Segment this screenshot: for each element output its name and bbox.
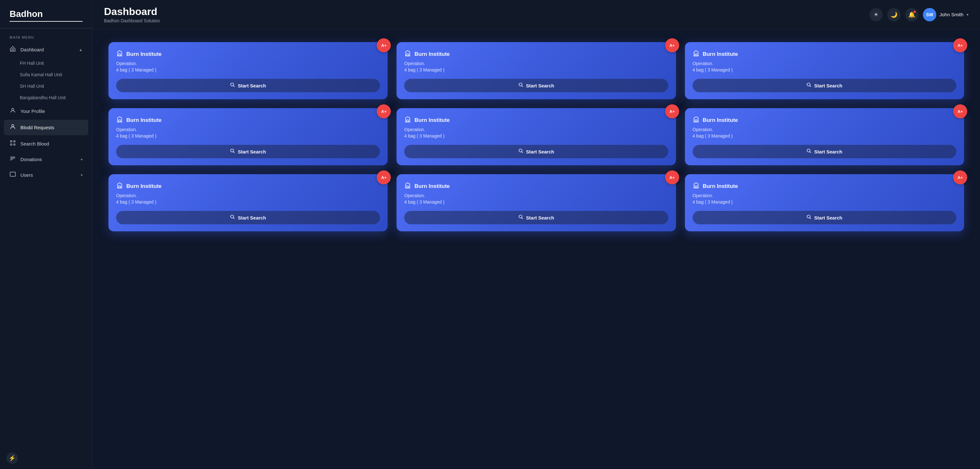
svg-point-15 xyxy=(519,83,522,86)
svg-rect-26 xyxy=(695,120,697,122)
sidebar-item-label: Blodd Requests xyxy=(21,125,54,130)
card-info: 4 bag ( 3 Managed ) xyxy=(404,134,668,138)
sidebar-sub-sh-hall[interactable]: SH Hall Unit xyxy=(0,80,92,92)
card-subtitle: Operation. xyxy=(692,193,956,198)
card-header: Burn Institute xyxy=(692,182,956,191)
sidebar-item-your-profile[interactable]: Your Profile xyxy=(0,103,92,119)
blood-card-9: A+ Burn Institute Operation. 4 bag ( 3 M… xyxy=(685,174,964,231)
start-search-button[interactable]: Start Search xyxy=(692,211,956,224)
svg-point-33 xyxy=(519,215,522,218)
start-search-button[interactable]: Start Search xyxy=(404,211,668,224)
start-search-button[interactable]: Start Search xyxy=(116,145,380,158)
card-info: 4 bag ( 3 Managed ) xyxy=(116,67,380,72)
moon-icon: 🌙 xyxy=(890,11,897,18)
sidebar-item-label: Search Blood xyxy=(21,141,49,146)
svg-point-30 xyxy=(231,215,234,218)
topbar-right: ☀ 🌙 🔔 SW John Smith ▾ xyxy=(869,8,969,21)
start-search-label: Start Search xyxy=(526,149,554,154)
card-info: 4 bag ( 3 Managed ) xyxy=(404,67,668,72)
search-blood-icon xyxy=(10,140,16,148)
moon-theme-button[interactable]: 🌙 xyxy=(887,8,900,21)
sidebar-item-donations[interactable]: A Donations ▾ xyxy=(0,151,92,167)
building-icon xyxy=(692,116,700,124)
svg-point-5 xyxy=(14,144,15,145)
card-info: 4 bag ( 3 Managed ) xyxy=(692,67,956,72)
sidebar-item-search-blood[interactable]: Search Blood xyxy=(0,136,92,151)
lightning-button[interactable]: ⚡ xyxy=(6,452,18,464)
search-icon xyxy=(807,215,811,221)
svg-rect-35 xyxy=(695,186,697,188)
card-title: Burn Institute xyxy=(414,51,450,57)
card-title: Burn Institute xyxy=(703,183,738,189)
sidebar-logo: Badhon xyxy=(0,0,92,29)
blood-type-badge: A+ xyxy=(665,38,679,52)
svg-line-25 xyxy=(522,151,523,153)
sidebar-sub-bangabandhu[interactable]: Bangabandhu Hall Unit xyxy=(0,92,92,103)
search-icon xyxy=(230,148,235,155)
start-search-button[interactable]: Start Search xyxy=(116,79,380,92)
start-search-label: Start Search xyxy=(814,149,842,154)
blood-card-5: A+ Burn Institute Operation. 4 bag ( 3 M… xyxy=(396,108,676,165)
card-subtitle: Operation. xyxy=(116,61,380,66)
user-name: John Smith xyxy=(940,12,963,17)
card-info: 4 bag ( 3 Managed ) xyxy=(404,199,668,205)
svg-line-13 xyxy=(234,86,235,87)
blood-type-badge: A+ xyxy=(953,170,967,184)
start-search-button[interactable]: Start Search xyxy=(116,211,380,224)
user-chevron-icon: ▾ xyxy=(967,13,969,17)
card-header: Burn Institute xyxy=(116,182,380,191)
main-menu-label: MAIN MENU xyxy=(0,32,92,42)
search-icon xyxy=(230,215,235,221)
lightning-icon: ⚡ xyxy=(9,455,16,462)
sun-theme-button[interactable]: ☀ xyxy=(869,8,883,21)
building-icon xyxy=(404,182,411,191)
user-menu[interactable]: SW John Smith ▾ xyxy=(923,8,969,21)
card-title: Burn Institute xyxy=(414,183,450,189)
sidebar-sub-fh-hall[interactable]: FH Hall Unit xyxy=(0,57,92,69)
start-search-label: Start Search xyxy=(238,149,266,154)
card-header: Burn Institute xyxy=(692,116,956,124)
start-search-button[interactable]: Start Search xyxy=(692,79,956,92)
blood-card-2: A+ Burn Institute Operation. 4 bag ( 3 M… xyxy=(396,42,676,99)
search-icon xyxy=(807,82,811,89)
content-area: A+ Burn Institute Operation. 4 bag ( 3 M… xyxy=(92,29,980,469)
card-header: Burn Institute xyxy=(116,50,380,58)
start-search-label: Start Search xyxy=(238,83,266,88)
sidebar-item-dashboard[interactable]: Dashboard ▲ xyxy=(0,42,92,57)
start-search-label: Start Search xyxy=(238,215,266,221)
sidebar-item-label: Dashboard xyxy=(21,47,44,52)
svg-rect-29 xyxy=(119,186,121,188)
building-icon xyxy=(116,50,123,58)
card-title: Burn Institute xyxy=(703,117,738,124)
card-subtitle: Operation. xyxy=(692,127,956,132)
start-search-button[interactable]: Start Search xyxy=(404,79,668,92)
svg-point-27 xyxy=(807,149,810,152)
notification-button[interactable]: 🔔 xyxy=(905,8,918,21)
sidebar-item-blood-requests[interactable]: Blodd Requests xyxy=(4,120,88,135)
main-content: Dashboard Badhon Dashboard Solution ☀ 🌙 … xyxy=(92,0,980,469)
sun-icon: ☀ xyxy=(873,11,878,18)
home-icon xyxy=(10,46,16,54)
sidebar-sub-sufia-kamal[interactable]: Sufia Kamal Hall Unit xyxy=(0,69,92,80)
svg-point-0 xyxy=(12,108,14,110)
svg-rect-32 xyxy=(407,186,409,188)
start-search-label: Start Search xyxy=(526,83,554,88)
svg-point-3 xyxy=(14,141,15,142)
card-title: Burn Institute xyxy=(126,51,162,57)
blood-requests-icon xyxy=(10,124,16,132)
building-icon xyxy=(692,50,700,58)
svg-point-18 xyxy=(807,83,810,86)
building-icon xyxy=(404,116,411,124)
sidebar-item-users[interactable]: Users ▾ xyxy=(0,167,92,183)
sidebar-item-label: Users xyxy=(21,172,33,178)
card-header: Burn Institute xyxy=(692,50,956,58)
building-icon xyxy=(116,116,123,124)
card-info: 4 bag ( 3 Managed ) xyxy=(692,134,956,138)
start-search-button[interactable]: Start Search xyxy=(404,145,668,158)
svg-line-34 xyxy=(522,218,523,219)
start-search-button[interactable]: Start Search xyxy=(692,145,956,158)
svg-point-21 xyxy=(231,149,234,152)
start-search-label: Start Search xyxy=(814,215,842,221)
svg-point-24 xyxy=(519,149,522,152)
building-icon xyxy=(692,182,700,191)
